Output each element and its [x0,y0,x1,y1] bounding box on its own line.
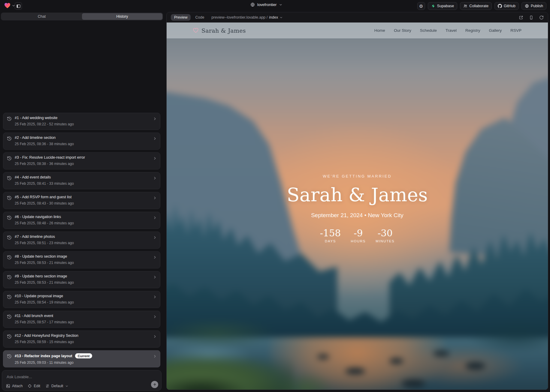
countdown-label: DAYS [320,239,341,243]
chevron-right-icon[interactable] [153,334,157,339]
history-item-timestamp: 25 Feb 2025, 08:53 - 21 minutes ago [15,261,150,265]
chevron-right-icon[interactable] [153,315,157,319]
history-item-timestamp: 25 Feb 2025, 08:57 - 17 minutes ago [15,320,150,324]
nav-link[interactable]: Travel [446,28,457,33]
github-button[interactable]: GitHub [494,2,519,10]
history-item[interactable]: #5 - Add RSVP form and guest list 25 Feb… [3,192,160,209]
history-item-title: #3 - Fix: Resolve Lucide-react import er… [15,155,85,160]
supabase-bolt-icon [431,4,435,8]
history-item[interactable]: #13 - Refactor index page layout Current… [3,350,160,367]
lovable-logo-menu[interactable] [4,3,15,8]
nav-link[interactable]: Our Story [394,28,411,33]
settings-button[interactable]: ⚙ [417,2,425,10]
collaborate-button[interactable]: Collaborate [460,2,492,10]
preview-url-base: preview--lovefrontier.lovable.app / [211,15,267,19]
history-item-title: #6 - Update navigation links [15,215,61,219]
countdown: -158 DAYS -9 HOURS -30 MINUTES [167,228,548,243]
preview-url[interactable]: preview--lovefrontier.lovable.app / inde… [211,15,283,19]
history-list: #1 - Add wedding website 25 Feb 2025, 08… [3,113,160,367]
mode-select[interactable]: Default [45,384,68,388]
history-clock-icon [7,215,12,220]
history-item[interactable]: #1 - Add wedding website 25 Feb 2025, 08… [3,113,160,130]
chevron-right-icon[interactable] [153,255,157,259]
history-item[interactable]: #7 - Add timeline photos 25 Feb 2025, 08… [3,232,160,249]
history-item[interactable]: #10 - Update proposal image 25 Feb 2025,… [3,291,160,308]
collaborate-label: Collaborate [469,4,488,8]
nav-link[interactable]: RSVP [510,28,521,33]
attach-label: Attach [12,384,23,388]
history-item-timestamp: 25 Feb 2025, 08:43 - 30 minutes ago [15,201,150,205]
mobile-view-icon[interactable] [529,15,533,20]
globe-icon [250,2,255,7]
nav-link[interactable]: Gallery [489,28,502,33]
project-selector[interactable]: lovefrontier [250,2,283,7]
nav-link[interactable]: Home [374,28,385,33]
history-item-text: #13 - Refactor index page layout Current… [15,353,150,365]
nav-link[interactable]: Schedule [420,28,437,33]
history-item[interactable]: #9 - Update hero section image 25 Feb 20… [3,271,160,288]
refresh-icon[interactable] [539,15,544,20]
hero-title: Sarah & James [167,184,548,206]
history-clock-icon [7,334,12,339]
history-item-text: #11 - Add brunch event 25 Feb 2025, 08:5… [15,314,150,324]
preview-panel: Preview Code preview--lovefrontier.lovab… [166,12,548,390]
site-brand[interactable]: Sarah & James [193,27,246,34]
history-item-text: #5 - Add RSVP form and guest list 25 Feb… [15,195,150,205]
chevron-right-icon[interactable] [153,275,157,279]
nav-link[interactable]: Registry [465,28,480,33]
site-nav: HomeOur StoryScheduleTravelRegistryGalle… [374,28,521,33]
preview-toolbar-actions [519,15,544,20]
history-clock-icon [7,295,12,299]
history-clock-icon [7,255,12,260]
gear-icon: ⚙ [419,4,423,8]
lovable-heart-icon [4,3,11,8]
attach-button[interactable]: Attach [6,384,23,388]
countdown-label: MINUTES [376,239,394,243]
chevron-right-icon[interactable] [153,156,157,160]
history-clock-icon [7,314,12,319]
history-item-text: #8 - Update hero section image 25 Feb 20… [15,254,150,265]
chevron-right-icon[interactable] [153,117,157,121]
heart-outline-icon [193,28,198,33]
history-item[interactable]: #3 - Fix: Resolve Lucide-react import er… [3,152,160,169]
history-item[interactable]: #6 - Update navigation links 25 Feb 2025… [3,212,160,229]
ask-lovable-input[interactable] [7,374,157,380]
send-button[interactable] [151,381,158,388]
history-item-title: #5 - Add RSVP form and guest list [15,195,71,199]
supabase-button[interactable]: Supabase [428,2,457,10]
mode-label: Default [51,384,63,388]
chevron-right-icon[interactable] [153,136,157,141]
countdown-label: HOURS [349,239,367,243]
chevron-right-icon[interactable] [153,216,157,220]
chevron-right-icon[interactable] [153,196,157,200]
project-name: lovefrontier [257,2,277,7]
publish-button[interactable]: Publish [521,2,546,10]
history-clock-icon [7,156,12,161]
history-item-title: #10 - Update proposal image [15,294,63,298]
history-item-timestamp: 25 Feb 2025, 08:59 - 15 minutes ago [15,340,150,344]
history-item[interactable]: #8 - Update hero section image 25 Feb 20… [3,251,160,268]
prompt-composer: Attach Edit Default [2,370,162,391]
toggle-sidebar-button[interactable] [15,2,22,10]
history-item[interactable]: #4 - Add event details 25 Feb 2025, 08:4… [3,172,160,189]
chevron-right-icon[interactable] [153,235,157,240]
history-item[interactable]: #2 - Add timeline section 25 Feb 2025, 0… [3,133,160,150]
panel-left-icon [16,4,21,8]
edit-button[interactable]: Edit [28,384,40,388]
hero-date-location: September 21, 2024 • New York City [167,212,548,219]
chevron-right-icon[interactable] [153,354,157,358]
history-item[interactable]: #11 - Add brunch event 25 Feb 2025, 08:5… [3,311,160,328]
tab-chat[interactable]: Chat [2,13,82,20]
chevron-down-icon [65,385,68,388]
preview-tab[interactable]: Preview [171,14,191,21]
history-item[interactable]: #12 - Add Honeyfund Registry Section 25 … [3,331,160,348]
code-tab[interactable]: Code [195,15,204,19]
chevron-right-icon[interactable] [153,176,157,180]
history-item-text: #6 - Update navigation links 25 Feb 2025… [15,215,150,225]
history-item-title: #11 - Add brunch event [15,314,53,318]
chevron-right-icon[interactable] [153,295,157,299]
preview-toolbar: Preview Code preview--lovefrontier.lovab… [167,12,548,22]
tab-history[interactable]: History [82,13,162,20]
users-icon [463,4,467,8]
open-external-icon[interactable] [519,15,523,20]
